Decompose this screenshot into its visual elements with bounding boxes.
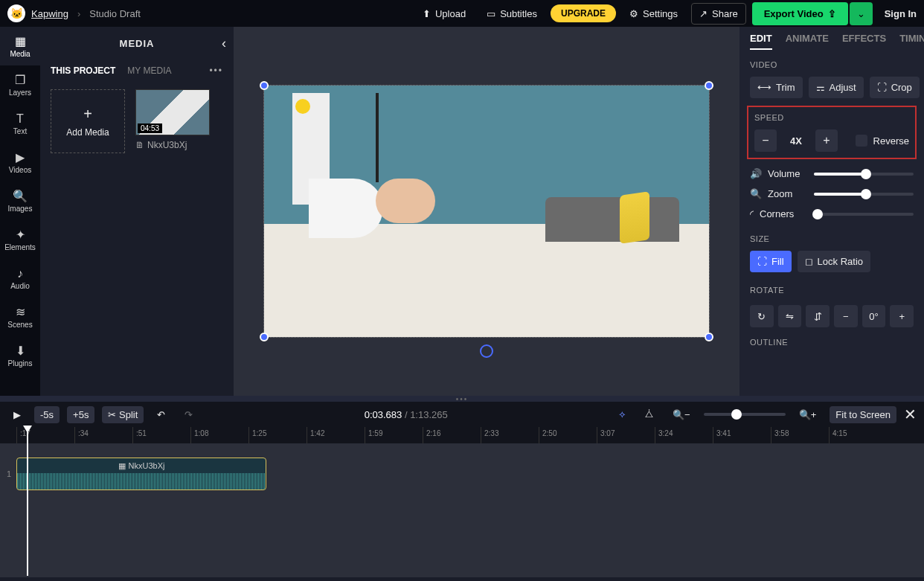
ruler-tick: 3:58 <box>771 427 829 443</box>
zoom-slider[interactable] <box>814 193 914 196</box>
media-panel: MEDIA ‹ THIS PROJECT MY MEDIA ••• + Add … <box>40 27 234 396</box>
corners-slider[interactable] <box>814 213 914 216</box>
speed-increase-button[interactable]: + <box>815 129 838 152</box>
speed-decrease-button[interactable]: − <box>754 129 777 152</box>
rotate-plus-button[interactable]: + <box>890 305 914 327</box>
export-dropdown[interactable]: ⌄ <box>850 2 873 25</box>
elements-icon: ✦ <box>16 228 25 242</box>
lock-ratio-button[interactable]: ◻Lock Ratio <box>798 251 870 272</box>
zoom-icon: 🔍 <box>750 188 762 199</box>
zoom-in-button[interactable]: 🔍+ <box>793 406 823 423</box>
undo-button[interactable]: ↶ <box>151 406 171 423</box>
flip-h-button[interactable]: ⇋ <box>778 305 802 327</box>
scenes-icon: ≋ <box>16 305 25 319</box>
clip-label: ▦NkxU3bXj <box>118 461 165 471</box>
rail-media[interactable]: ▦Media <box>0 27 40 65</box>
track-number: 1 <box>3 469 15 478</box>
rotate-handle[interactable] <box>480 344 493 358</box>
adjust-button[interactable]: ⚎Adjust <box>809 77 864 98</box>
upload-button[interactable]: ⬆Upload <box>415 4 473 24</box>
snap-button[interactable]: ⟡ <box>613 405 632 423</box>
play-button[interactable]: ▶ <box>7 406 27 423</box>
kapwing-logo-icon[interactable]: 🐱 <box>7 4 25 22</box>
videos-icon: ▶ <box>16 150 25 164</box>
timeline-tracks[interactable]: 1 ▦NkxU3bXj <box>0 443 924 577</box>
magnet-button[interactable]: ⧊ <box>639 405 659 423</box>
playhead[interactable] <box>27 427 28 576</box>
close-timeline-button[interactable]: ✕ <box>904 405 917 423</box>
resize-handle-bl[interactable] <box>260 333 269 341</box>
corners-icon: ◜ <box>750 208 754 219</box>
tab-effects[interactable]: EFFECTS <box>842 33 886 50</box>
chevron-down-icon: ⌄ <box>857 8 865 19</box>
rail-elements[interactable]: ✦Elements <box>0 220 40 259</box>
rotate-cw-button[interactable]: ↻ <box>750 305 774 327</box>
fill-icon: ⛶ <box>757 256 767 267</box>
forward-5s-button[interactable]: +5s <box>67 406 94 423</box>
share-button[interactable]: ↗Share <box>691 3 746 25</box>
media-thumbnail[interactable]: 04:53 <box>135 89 210 135</box>
timeline-zoom-slider[interactable] <box>704 413 786 416</box>
flip-v-button[interactable]: ⇵ <box>806 305 830 327</box>
subtitles-icon: ▭ <box>487 8 495 19</box>
fill-button[interactable]: ⛶Fill <box>750 251 792 272</box>
upgrade-button[interactable]: UPGRADE <box>551 4 616 22</box>
topbar: 🐱 Kapwing › Studio Draft ⬆Upload ▭Subtit… <box>0 0 924 27</box>
tab-my-media[interactable]: MY MEDIA <box>127 65 171 76</box>
collapse-panel-button[interactable]: ‹ <box>222 36 226 51</box>
crop-icon: ⛶ <box>877 82 887 93</box>
rail-images[interactable]: 🔍Images <box>0 182 40 220</box>
scissors-icon: ✂ <box>108 409 116 420</box>
video-preview <box>264 86 709 337</box>
outline-section-title: OUTLINE <box>750 338 914 347</box>
trim-button[interactable]: ⟷Trim <box>750 77 803 98</box>
volume-slider[interactable] <box>814 173 914 176</box>
reverse-checkbox[interactable] <box>856 135 867 147</box>
resize-handle-tr[interactable] <box>705 81 713 90</box>
video-section: VIDEO ⟷Trim ⚎Adjust ⛶Crop <box>739 50 924 101</box>
subtitles-button[interactable]: ▭Subtitles <box>479 4 545 24</box>
rail-text[interactable]: TText <box>0 104 40 143</box>
layers-icon: ❐ <box>15 73 25 87</box>
reverse-toggle[interactable]: Reverse <box>856 135 909 147</box>
timeline-ruler[interactable]: :17 :34 :51 1:08 1:25 1:42 1:59 2:16 2:3… <box>0 427 924 443</box>
tab-timing[interactable]: TIMING <box>899 33 924 50</box>
rail-audio[interactable]: ♪Audio <box>0 259 40 298</box>
gear-icon: ⚙ <box>629 8 638 19</box>
media-panel-header: MEDIA ‹ <box>40 27 234 60</box>
rail-scenes[interactable]: ≋Scenes <box>0 298 40 336</box>
rotate-minus-button[interactable]: − <box>834 305 858 327</box>
back-5s-button[interactable]: -5s <box>34 406 60 423</box>
canvas[interactable] <box>234 27 739 396</box>
tab-edit[interactable]: EDIT <box>750 33 772 50</box>
outline-section: OUTLINE <box>739 327 924 357</box>
zoom-out-button[interactable]: 🔍− <box>667 406 696 423</box>
adjust-icon: ⚎ <box>816 82 825 93</box>
brand-link[interactable]: Kapwing <box>31 8 68 19</box>
audio-icon: ♪ <box>17 267 23 280</box>
export-button[interactable]: Export Video⇪ <box>752 2 848 25</box>
resize-handle-tl[interactable] <box>260 81 269 90</box>
timeline-clip[interactable]: ▦NkxU3bXj <box>16 458 266 490</box>
rail-plugins[interactable]: ⬇Plugins <box>0 336 40 375</box>
tab-this-project[interactable]: THIS PROJECT <box>51 65 115 76</box>
crop-button[interactable]: ⛶Crop <box>870 77 920 98</box>
fit-to-screen-button[interactable]: Fit to Screen <box>830 406 896 423</box>
settings-button[interactable]: ⚙Settings <box>622 4 685 24</box>
signin-button[interactable]: Sign In <box>885 8 917 19</box>
resize-handle-br[interactable] <box>705 333 713 341</box>
media-item[interactable]: 04:53 🗎NkxU3bXj <box>135 89 210 153</box>
split-button[interactable]: ✂ Split <box>102 406 144 423</box>
more-options-button[interactable]: ••• <box>209 65 223 76</box>
right-panel: EDIT ANIMATE EFFECTS TIMING VIDEO ⟷Trim … <box>739 27 924 396</box>
rail-videos[interactable]: ▶Videos <box>0 143 40 182</box>
right-tabs: EDIT ANIMATE EFFECTS TIMING <box>739 27 924 50</box>
tab-animate[interactable]: ANIMATE <box>786 33 829 50</box>
project-title[interactable]: Studio Draft <box>89 8 141 19</box>
trim-icon: ⟷ <box>757 82 771 93</box>
selected-clip[interactable] <box>263 85 710 338</box>
add-media-button[interactable]: + Add Media <box>51 89 125 153</box>
timeline-resize-handle[interactable]: ••• <box>0 396 924 402</box>
redo-button[interactable]: ↷ <box>179 406 199 423</box>
rail-layers[interactable]: ❐Layers <box>0 65 40 104</box>
